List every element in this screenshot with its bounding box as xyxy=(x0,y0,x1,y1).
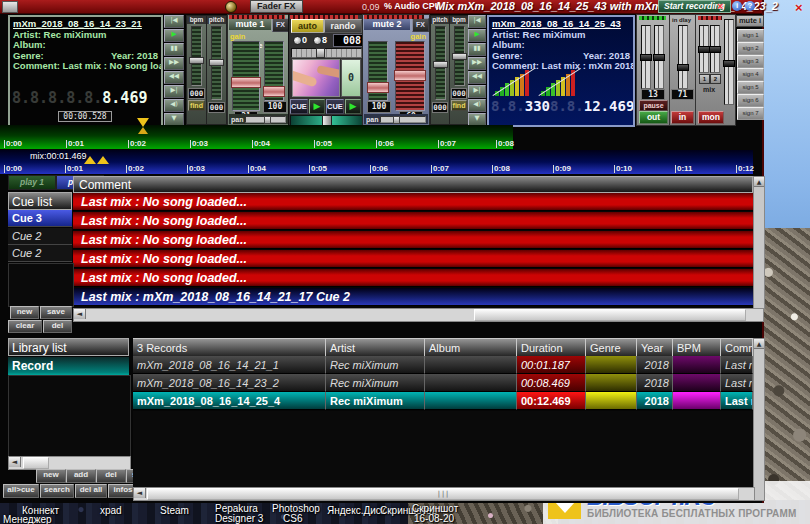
in-slider-handle[interactable] xyxy=(677,64,689,71)
cue-save-button[interactable]: save xyxy=(40,306,72,319)
out-button[interactable]: out xyxy=(639,111,668,124)
info-icon[interactable]: i xyxy=(732,1,742,11)
comment-row[interactable]: Last mix : No song loaded... xyxy=(73,250,753,268)
cut-icon[interactable]: × xyxy=(717,0,723,13)
step-button[interactable]: ▶| xyxy=(164,85,184,98)
radio-0[interactable] xyxy=(293,36,302,45)
cell-genre[interactable] xyxy=(586,374,637,392)
deck1-bpm-slider[interactable]: bpm 000 find xyxy=(186,15,207,125)
bpm-slider-handle[interactable] xyxy=(452,53,467,60)
column-header-records[interactable]: 3 Records xyxy=(133,338,326,356)
comment-row[interactable]: Last mix : No song loaded... xyxy=(73,212,753,230)
mute1-button[interactable]: mute 1 xyxy=(229,18,271,30)
column-header-duration[interactable]: Duration xyxy=(517,338,586,356)
cell-name[interactable]: mXm_2018_08_16_14_21_1 xyxy=(133,356,326,374)
cell-duration[interactable]: 00:12.469 xyxy=(517,392,586,410)
cell-comment[interactable]: Last r xyxy=(721,392,753,410)
monitor-slider-handle[interactable] xyxy=(723,60,735,67)
cue2-play-button[interactable]: ▶ xyxy=(345,99,361,114)
comment-row[interactable]: Last mix : No song loaded... xyxy=(73,231,753,249)
pan2-control[interactable]: pan xyxy=(364,114,428,124)
desktop-icon-label[interactable]: Менеджер xyxy=(3,514,52,524)
gain2-handle[interactable] xyxy=(367,82,389,93)
system-menu-icon[interactable] xyxy=(2,1,18,13)
mix-2-button[interactable]: 2 xyxy=(710,74,721,84)
cue-clear-button[interactable]: clear xyxy=(8,320,42,333)
cue-list-item[interactable]: Cue 2 xyxy=(8,228,72,245)
comment-row-active[interactable]: Last mix : mXm_2018_08_16_14_21_17 Cue 2 xyxy=(73,288,753,306)
desktop-icon-label[interactable]: Яндекс.Диск xyxy=(327,505,385,516)
slot-button[interactable]: sign 3 xyxy=(737,55,764,68)
monitor-slider[interactable] xyxy=(724,19,734,105)
auto-button[interactable]: auto xyxy=(291,19,324,33)
library-item-record[interactable]: Record xyxy=(8,357,129,375)
mute2-button[interactable]: mute 2 xyxy=(364,18,410,30)
column-header-year[interactable]: Year xyxy=(637,338,673,356)
volume2-slider[interactable] xyxy=(395,41,425,111)
cell-duration[interactable]: 00:01.187 xyxy=(517,356,586,374)
slot-button[interactable]: sign 2 xyxy=(737,42,764,55)
column-header-bpm[interactable]: BPM xyxy=(673,338,721,356)
scroll-up-icon[interactable]: ▲ xyxy=(754,177,764,187)
library-scrollbar[interactable]: ◄ xyxy=(8,456,131,470)
library-new-button[interactable]: new xyxy=(36,469,66,483)
mix-slider-2-handle[interactable] xyxy=(709,46,721,53)
desktop-icon-label[interactable]: 16-08-20 xyxy=(414,513,454,524)
cue-list-item[interactable]: Cue 2 xyxy=(8,245,72,262)
play-button[interactable]: ▶ xyxy=(468,29,486,42)
table-row-selected[interactable]: mXm_2018_08_16_14_25_4 Rec miXimum 00:12… xyxy=(133,392,753,410)
center-horizontal-slider[interactable] xyxy=(291,48,362,58)
fast-forward-button[interactable]: ▶▶ xyxy=(164,57,184,70)
tab-play1[interactable]: play 1 xyxy=(8,175,56,190)
desktop-icon-label[interactable]: xpad xyxy=(100,505,122,516)
cell-name[interactable]: mXm_2018_08_16_14_25_4 xyxy=(133,392,326,410)
scroll-up-icon[interactable]: ▲ xyxy=(754,339,764,349)
cell-artist[interactable]: Rec miXimum xyxy=(326,392,425,410)
cell-duration[interactable]: 00:08.469 xyxy=(517,374,586,392)
desktop-icon-label[interactable]: Designer 3 xyxy=(215,513,263,524)
pan1-thumb[interactable] xyxy=(264,116,271,124)
volume1-handle[interactable] xyxy=(231,77,261,88)
comment-column-header[interactable]: Comment xyxy=(73,176,753,193)
all-to-cue-button[interactable]: all>cue xyxy=(3,484,39,498)
table-row[interactable]: mXm_2018_08_16_14_23_2 Rec miXimum 00:08… xyxy=(133,374,753,392)
table-vertical-scrollbar[interactable]: ▲ xyxy=(753,338,765,501)
cue-list-item[interactable]: Cue 3 xyxy=(8,210,72,227)
mix-slider-2[interactable] xyxy=(710,25,720,73)
find-button[interactable]: find xyxy=(188,100,205,111)
volume1-slider[interactable] xyxy=(232,41,260,111)
table-horizontal-scrollbar[interactable]: ◄ ||| xyxy=(133,487,755,501)
comment-row[interactable]: Last mix : No song loaded... xyxy=(73,269,753,287)
cell-bpm[interactable] xyxy=(673,356,721,374)
speaker-button[interactable]: ◀) xyxy=(164,99,184,112)
column-header-album[interactable]: Album xyxy=(425,338,517,356)
skip-start-button[interactable]: |◀ xyxy=(164,15,184,28)
cell-bpm[interactable] xyxy=(673,392,721,410)
cell-bpm[interactable] xyxy=(673,374,721,392)
mix-marker-icon[interactable] xyxy=(97,156,109,164)
del-all-button[interactable]: del all xyxy=(75,484,107,498)
step-button[interactable]: ▶| xyxy=(468,85,486,98)
cell-year[interactable]: 2018 xyxy=(637,392,673,410)
cue1-button[interactable]: CUE xyxy=(290,99,308,114)
column-header-artist[interactable]: Artist xyxy=(326,338,425,356)
pitch-slider-handle[interactable] xyxy=(433,61,448,68)
out-slider-2[interactable] xyxy=(654,25,664,89)
cell-album[interactable] xyxy=(425,392,517,410)
fast-forward-button[interactable]: ▶▶ xyxy=(468,57,486,70)
cell-artist[interactable]: Rec miXimum xyxy=(326,374,425,392)
out-slider-1[interactable] xyxy=(641,25,651,89)
deck1-pitch-slider[interactable]: pitch 000 xyxy=(206,15,227,125)
out-slider-2-handle[interactable] xyxy=(653,54,665,61)
cell-album[interactable] xyxy=(425,356,517,374)
pause-button[interactable]: ▮▮ xyxy=(468,43,486,56)
comment-row[interactable]: Last mix : No song loaded... xyxy=(73,193,753,211)
rewind-button[interactable]: ◀◀ xyxy=(468,71,486,84)
column-header-comment[interactable]: Comm xyxy=(721,338,753,356)
cell-year[interactable]: 2018 xyxy=(637,356,673,374)
slot-button[interactable]: sign 7 xyxy=(737,107,764,120)
in-button[interactable]: in xyxy=(671,111,694,124)
deck1-timeline[interactable]: 0:00 0:01 0:02 0:03 0:04 0:05 0:06 0:07 … xyxy=(0,125,513,149)
deck2-pitch-slider[interactable]: pitch 000 xyxy=(430,15,450,125)
scrollbar-thumb[interactable] xyxy=(474,309,746,321)
